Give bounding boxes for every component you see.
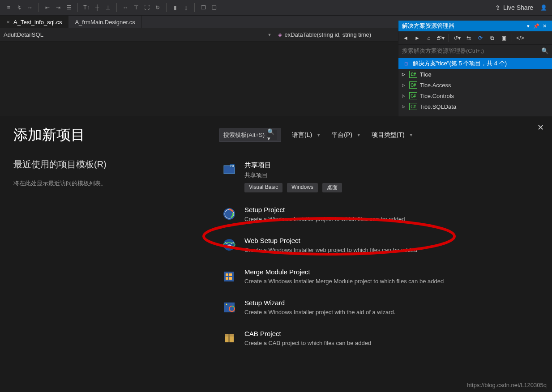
refresh-icon[interactable]: ⟳ [476, 34, 485, 43]
type-combo[interactable]: AdultDetailSQL ▼ [4, 31, 274, 38]
template-desc: Create a Windows Installer web project t… [244, 246, 537, 254]
template-item-setup-wizard[interactable]: Setup WizardCreate a Windows Installer p… [219, 296, 539, 319]
template-desc: Create a CAB project to which files can … [244, 339, 537, 347]
refresh-icon[interactable]: ↻ [153, 3, 163, 13]
csharp-project-icon: C# [409, 71, 417, 78]
solution-toolbar: ◄ ► ⌂ 🗗▾ ↺▾ ⇆ ⟳ ⧉ ▣ </> [398, 31, 552, 45]
csharp-project-icon: C# [409, 103, 417, 110]
template-title: Setup Project [244, 206, 537, 213]
chevron-down-icon: ▼ [357, 133, 361, 137]
back-icon[interactable]: ◄ [401, 34, 410, 43]
tool-icon-2[interactable]: ↯ [14, 3, 24, 13]
solution-search[interactable]: 🔍 [398, 45, 552, 57]
chevron-right-icon[interactable]: ▷ [402, 94, 407, 98]
layer-front-icon[interactable]: ❐ [198, 3, 208, 13]
svg-text:VB: VB [230, 164, 234, 167]
expand-icon[interactable]: ⛶ [142, 3, 152, 13]
main-toolbar: ≡ ↯ ↔ ⇤ ⇥ ☰ T↑ ┼ ⊥ ↔ ⊤ ⛶ ↻ ▮ ▯ ❐ ❏ ⇪ Liv… [0, 0, 552, 16]
template-desc: Create a Windows Installer Merge Module … [244, 277, 537, 285]
dialog-close-button[interactable]: ✕ [537, 123, 544, 132]
text-top-icon[interactable]: T↑ [81, 3, 91, 13]
panel-title: 解决方案资源管理器 [402, 22, 454, 30]
svg-rect-7 [224, 272, 234, 281]
shared-project-icon: VB [221, 161, 237, 177]
live-share-button[interactable]: ⇪ Live Share [495, 4, 533, 11]
forward-icon[interactable]: ► [413, 34, 422, 43]
project-label: Tice.Controls [420, 93, 454, 99]
list-icon[interactable]: ☰ [64, 3, 74, 13]
text-bot-icon[interactable]: ⊥ [103, 3, 113, 13]
template-item-共享项目[interactable]: VB共享项目共享项目Visual BasicWindows桌面 [219, 158, 539, 195]
tab-a-test-info-sql[interactable]: ✕ A_Test_info_sql.cs [0, 16, 68, 28]
copy-icon[interactable]: ⧉ [488, 34, 496, 43]
template-tag: 桌面 [322, 183, 342, 192]
filter-label: 语言(L) [292, 131, 312, 139]
text-mid-icon[interactable]: ┼ [92, 3, 102, 13]
project-node-tice-controls[interactable]: ▷ C# Tice.Controls [398, 90, 552, 101]
history-icon[interactable]: ↺▾ [453, 34, 462, 43]
solution-tree: ⊡ 解决方案"tice"(第 5 个项目，共 4 个) ▷ C# Tice ▷ … [398, 57, 552, 113]
tool-icon-1[interactable]: ≡ [4, 3, 13, 13]
slider-2-icon[interactable]: ▯ [181, 3, 191, 13]
spacing-h-icon[interactable]: ↔ [120, 3, 130, 13]
close-icon[interactable]: ✕ [540, 23, 548, 29]
chevron-right-icon[interactable]: ▷ [402, 72, 407, 77]
tab-a-frmmain-designer[interactable]: A_frmMain.Designer.cs [68, 16, 141, 28]
chevron-right-icon[interactable]: ▷ [402, 104, 407, 109]
project-label: Tice.SQLData [420, 103, 456, 110]
template-title: CAB Project [244, 330, 537, 337]
indent-left-icon[interactable]: ⇤ [43, 3, 52, 13]
solution-icon: ⊡ [402, 60, 410, 67]
chevron-right-icon[interactable]: ▷ [402, 83, 407, 87]
template-item-cab-project[interactable]: CAB ProjectCreate a CAB project to which… [219, 327, 539, 350]
csharp-project-icon: C# [409, 92, 417, 99]
cab-project-icon [221, 330, 237, 346]
recent-templates-empty: 将在此处显示最近访问的模板列表。 [13, 179, 201, 187]
search-icon[interactable]: 🔍▾ [267, 130, 277, 140]
recent-templates-section: 最近使用的项目模板(R) 将在此处显示最近访问的模板列表。 [13, 158, 201, 350]
chevron-down-icon: ▼ [409, 133, 413, 137]
user-icon[interactable]: 👤 [539, 3, 548, 13]
solution-search-input[interactable] [402, 47, 541, 54]
recent-templates-title: 最近使用的项目模板(R) [13, 158, 201, 170]
svg-rect-11 [229, 277, 232, 280]
close-icon[interactable]: ✕ [6, 20, 10, 25]
project-node-tice[interactable]: ▷ C# Tice [398, 69, 552, 80]
show-all-icon[interactable]: ▣ [499, 34, 508, 43]
template-title: Setup Wizard [244, 299, 537, 307]
tool-icon-3[interactable]: ↔ [25, 3, 35, 13]
language-filter[interactable]: 语言(L) ▼ [292, 131, 321, 139]
template-tag: Visual Basic [244, 183, 282, 192]
layer-back-icon[interactable]: ❏ [209, 3, 219, 13]
template-search-placeholder: 搜索模板(Alt+S) [223, 131, 265, 139]
template-item-merge-module-project[interactable]: Merge Module ProjectCreate a Windows Ins… [219, 265, 539, 288]
slider-1-icon[interactable]: ▮ [170, 3, 180, 13]
live-share-label: Live Share [503, 4, 533, 11]
template-desc: Create a Windows Installer project to wh… [244, 215, 537, 223]
csharp-project-icon: C# [409, 81, 417, 89]
project-type-filter[interactable]: 项目类型(T) ▼ [372, 131, 413, 139]
spacing-v-icon[interactable]: ⊤ [131, 3, 141, 13]
solution-root-label: 解决方案"tice"(第 5 个项目，共 4 个) [413, 60, 507, 68]
swap-icon[interactable]: ⇆ [464, 34, 473, 43]
search-icon[interactable]: 🔍 [541, 47, 548, 54]
solution-root-node[interactable]: ⊡ 解决方案"tice"(第 5 个项目，共 4 个) [398, 58, 552, 69]
setup-project-icon [221, 206, 237, 222]
project-label: Tice.Access [420, 82, 451, 89]
template-item-web-setup-project[interactable]: Web Setup ProjectCreate a Windows Instal… [219, 234, 539, 257]
sync-icon[interactable]: 🗗▾ [436, 34, 445, 43]
pin-icon[interactable]: 📌 [532, 23, 540, 29]
dropdown-icon[interactable]: ▾ [524, 23, 532, 29]
template-item-setup-project[interactable]: Setup ProjectCreate a Windows Installer … [219, 203, 539, 226]
home-icon[interactable]: ⌂ [424, 34, 433, 43]
template-title: 共享项目 [244, 161, 537, 170]
merge-project-icon [221, 268, 237, 284]
platform-filter[interactable]: 平台(P) ▼ [331, 131, 361, 139]
project-node-tice-sqldata[interactable]: ▷ C# Tice.SQLData [398, 101, 552, 112]
code-view-icon[interactable]: </> [516, 34, 525, 43]
template-search[interactable]: 搜索模板(Alt+S) 🔍▾ [219, 128, 281, 142]
indent-right-icon[interactable]: ⇥ [53, 3, 63, 13]
web-project-icon [221, 237, 237, 253]
project-node-tice-access[interactable]: ▷ C# Tice.Access [398, 80, 552, 90]
project-label: Tice [420, 71, 432, 78]
